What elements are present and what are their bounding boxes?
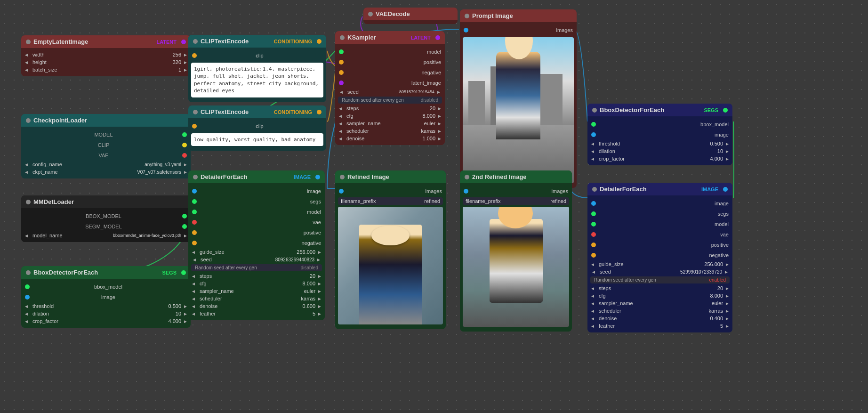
label-vae-d2: vae [720,232,729,237]
node-title-prompt-image: Prompt Image [472,12,513,19]
node-body-vae-decode [363,20,458,24]
arrow-left-dilation2[interactable]: ◄ [590,149,595,154]
arrow-left-config[interactable]: ◄ [24,162,29,167]
arrow-right-denoise-d1[interactable]: ► [317,304,322,309]
node-body-bbox2: bbox_model image ◄ threshold 0.500 ► ◄ d… [587,116,732,165]
output-port-segs1 [181,270,186,275]
input-port-model-d1 [192,210,197,214]
control-steps-d2: ◄ steps 20 ► [587,284,732,292]
value-sched-d1: karras [292,296,315,301]
arrow-left-width[interactable]: ◄ [24,52,29,57]
control-feather-d2: ◄ feather 5 ► [587,322,732,330]
arrow-left-denoise-k[interactable]: ◄ [338,136,343,141]
arrow-right-sampler-d1[interactable]: ► [317,289,322,294]
arrow-left-sampler-d2[interactable]: ◄ [590,301,595,306]
arrow-left-threshold1[interactable]: ◄ [24,304,29,309]
arrow-left-threshold2[interactable]: ◄ [590,141,595,146]
arrow-left-seed-d2[interactable]: ◄ [591,269,596,275]
node-title-vae-decode: VAEDecode [376,10,410,17]
arrow-right-crop2[interactable]: ► [725,156,730,162]
arrow-right-batch[interactable]: ► [183,67,188,73]
arrow-right-steps-d1[interactable]: ► [317,274,322,279]
arrow-right-cfg-k[interactable]: ► [437,113,442,119]
arrow-left-steps-k[interactable]: ◄ [338,106,343,111]
value-denoise-k: 1.000 [412,136,435,141]
arrow-left-guide-d2[interactable]: ◄ [590,262,595,267]
arrow-right-threshold2[interactable]: ► [725,141,730,146]
arrow-right-seed-d1[interactable]: ► [316,257,321,262]
arrow-left-batch[interactable]: ◄ [24,67,29,73]
arrow-left-seed-k[interactable]: ◄ [339,89,344,95]
control-config-name: ◄ config_name anything_v3.yaml ► [21,161,191,168]
arrow-right-denoise-d2[interactable]: ► [725,316,730,321]
arrow-right-feather-d1[interactable]: ► [317,311,322,316]
arrow-left-sched-k[interactable]: ◄ [338,129,343,134]
label-neg-k: negative [421,70,441,75]
arrow-right-sched-d2[interactable]: ► [725,308,730,314]
seed-row-d1: ◄ seed 809263269440823 ► [188,256,325,263]
arrow-left-crop1[interactable]: ◄ [24,319,29,324]
arrow-right-denoise-k[interactable]: ► [437,136,442,141]
status-random-d2: enabled [709,277,726,283]
arrow-right-cfg-d2[interactable]: ► [725,293,730,299]
arrow-left-feather-d1[interactable]: ◄ [191,311,196,316]
arrow-left-sched-d2[interactable]: ◄ [590,308,595,314]
arrow-left-steps-d1[interactable]: ◄ [191,274,196,279]
node-title-mmdet: MMDetLoader [33,198,74,205]
arrow-right-width[interactable]: ► [183,52,188,57]
arrow-right-sampler-d2[interactable]: ► [725,301,730,306]
arrow-left-feather-d2[interactable]: ◄ [590,324,595,329]
control-dilation2: ◄ dilation 10 ► [587,147,732,155]
control-threshold1: ◄ threshold 0.500 ► [21,302,191,310]
label-steps-k: steps [345,105,410,111]
node-dot-bbox1 [26,270,31,275]
arrow-right-steps-d2[interactable]: ► [725,286,730,291]
arrow-left-cfg-k[interactable]: ◄ [338,113,343,119]
arrow-right-config[interactable]: ► [183,162,188,167]
arrow-left-sched-d1[interactable]: ◄ [191,296,196,301]
input-port-clip-neg [192,124,197,129]
arrow-left-sampler-d1[interactable]: ◄ [191,289,196,294]
label-pos-d1: positive [304,230,321,235]
arrow-left-cfg-d2[interactable]: ◄ [590,293,595,299]
arrow-right-crop1[interactable]: ► [183,319,188,324]
arrow-left-height[interactable]: ◄ [24,60,29,65]
node-dot-checkpoint [26,118,31,123]
arrow-right-feather-d2[interactable]: ► [725,324,730,329]
arrow-left-steps-d2[interactable]: ◄ [590,286,595,291]
node-dot-mmdet [26,200,31,204]
arrow-left-cfg-d1[interactable]: ◄ [191,281,196,286]
random-row-k: Random seed after every gen disabled [338,97,442,104]
arrow-right-seed-d2[interactable]: ► [724,269,729,275]
port-clip-pos: clip [188,50,326,61]
arrow-left-model-name[interactable]: ◄ [24,233,29,238]
arrow-right-threshold1[interactable]: ► [183,304,188,309]
arrow-right-seed-k[interactable]: ► [436,89,441,95]
control-sampler-d2: ◄ sampler_name euler ► [587,300,732,307]
arrow-right-sampler-k[interactable]: ► [437,121,442,126]
arrow-right-sched-k[interactable]: ► [437,129,442,134]
arrow-right-height[interactable]: ► [183,60,188,65]
arrow-right-sched-d1[interactable]: ► [317,296,322,301]
arrow-right-model-name[interactable]: ► [183,233,188,238]
arrow-right-guide-d2[interactable]: ► [725,262,730,267]
arrow-right-ckpt[interactable]: ► [183,170,188,175]
arrow-left-guide-d1[interactable]: ◄ [191,250,196,255]
arrow-left-dilation1[interactable]: ◄ [24,311,29,316]
arrow-right-dilation2[interactable]: ► [725,149,730,154]
arrow-left-denoise-d2[interactable]: ◄ [590,316,595,321]
arrow-left-denoise-d1[interactable]: ◄ [191,304,196,309]
text-area-neg[interactable]: low quality, worst quality, bad anatomy [191,133,323,146]
label-neg-d1: negative [301,240,321,246]
arrow-right-cfg-d1[interactable]: ► [317,281,322,286]
arrow-left-ckpt[interactable]: ◄ [24,170,29,175]
arrow-left-sampler-k[interactable]: ◄ [338,121,343,126]
arrow-left-crop2[interactable]: ◄ [590,156,595,162]
arrow-right-guide-d1[interactable]: ► [317,250,322,255]
arrow-right-steps-k[interactable]: ► [437,106,442,111]
arrow-left-seed-d1[interactable]: ◄ [192,257,197,262]
arrow-right-dilation1[interactable]: ► [183,311,188,316]
port-vae: VAE [21,150,191,161]
random-row-d1: Random seed after every gen disabled [191,264,322,271]
text-area-pos[interactable]: 1girl, photorealistic:1.4, masterpiece, … [191,63,323,97]
